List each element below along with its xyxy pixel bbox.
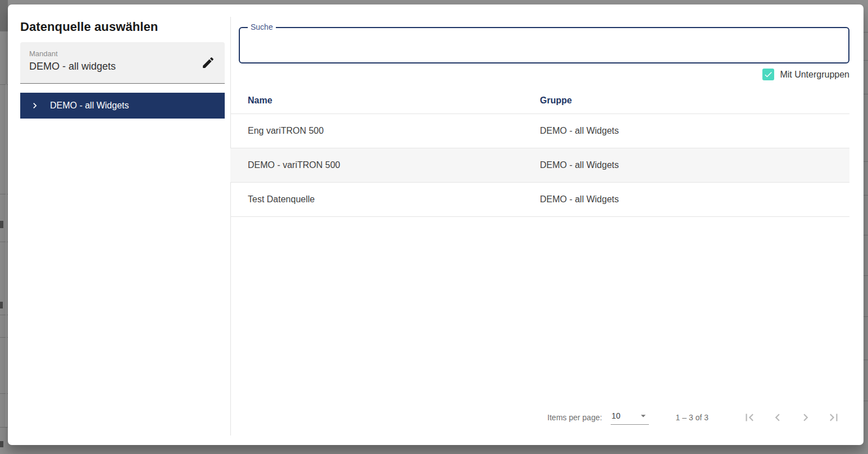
subgroups-checkbox-label: Mit Untergruppen xyxy=(780,70,849,80)
previous-page-button[interactable] xyxy=(764,406,792,429)
panel-divider xyxy=(230,17,231,435)
search-input[interactable] xyxy=(240,28,848,62)
edit-mandant-button[interactable] xyxy=(199,54,217,72)
checkbox-checked-icon[interactable] xyxy=(762,69,774,80)
backdrop-line xyxy=(0,427,8,428)
backdrop-line xyxy=(864,275,868,276)
subgroups-checkbox-row[interactable]: Mit Untergruppen xyxy=(762,69,849,80)
first-page-button[interactable] xyxy=(735,406,764,429)
datenquelle-dialog: Datenquelle auswählen Mandant DEMO - all… xyxy=(8,4,864,445)
chevron-left-icon xyxy=(770,410,785,425)
mandant-value: DEMO - all widgets xyxy=(29,61,216,72)
backdrop-text-fragment xyxy=(0,221,3,228)
next-page-button[interactable] xyxy=(792,406,820,429)
chevron-right-icon[interactable] xyxy=(29,100,40,111)
cell-name: Test Datenquelle xyxy=(230,194,540,205)
backdrop-line xyxy=(864,235,868,235)
search-field: Suche xyxy=(239,27,849,63)
dropdown-arrow-icon xyxy=(638,410,649,421)
table-row[interactable]: Test Datenquelle DEMO - all Widgets xyxy=(230,183,849,217)
column-header-name: Name xyxy=(230,96,540,106)
cell-gruppe: DEMO - all Widgets xyxy=(540,194,849,205)
tree-item-demo-all-widgets[interactable]: DEMO - all Widgets xyxy=(20,93,225,119)
table-row[interactable]: DEMO - variTRON 500 DEMO - all Widgets xyxy=(230,148,849,183)
paginator: Items per page: 10 1 – 3 of 3 xyxy=(547,402,848,433)
backdrop-line xyxy=(864,32,868,33)
tree-item-label: DEMO - all Widgets xyxy=(50,101,129,111)
backdrop-line xyxy=(864,60,868,61)
datasource-table: Name Gruppe Eng variTRON 500 DEMO - all … xyxy=(230,88,849,217)
table-header-row: Name Gruppe xyxy=(230,88,849,114)
last-page-icon xyxy=(826,410,841,425)
column-header-gruppe: Gruppe xyxy=(540,96,849,106)
search-field-label: Suche xyxy=(248,22,276,31)
backdrop-line xyxy=(0,31,8,31)
cell-name: Eng variTRON 500 xyxy=(230,126,540,136)
last-page-button[interactable] xyxy=(820,406,848,429)
backdrop-line xyxy=(864,94,868,94)
dialog-title: Datenquelle auswählen xyxy=(20,20,158,34)
first-page-icon xyxy=(742,410,757,425)
table-row[interactable]: Eng variTRON 500 DEMO - all Widgets xyxy=(230,114,849,148)
backdrop-line xyxy=(864,161,868,162)
paginator-range-label: 1 – 3 of 3 xyxy=(676,413,708,422)
items-per-page-value: 10 xyxy=(611,411,621,420)
backdrop-line xyxy=(864,316,868,317)
backdrop-line xyxy=(864,401,868,401)
items-per-page-select[interactable]: 10 xyxy=(611,410,649,425)
backdrop-line xyxy=(864,360,868,360)
cell-gruppe: DEMO - all Widgets xyxy=(540,126,849,136)
chevron-right-icon xyxy=(798,410,813,425)
mandant-field[interactable]: Mandant DEMO - all widgets xyxy=(20,42,225,84)
mandant-label: Mandant xyxy=(29,49,216,58)
backdrop-line xyxy=(864,195,868,196)
items-per-page-label: Items per page: xyxy=(547,413,602,422)
cell-name: DEMO - variTRON 500 xyxy=(230,160,540,170)
backdrop-text-fragment xyxy=(0,441,3,447)
cell-gruppe: DEMO - all Widgets xyxy=(540,160,849,170)
pencil-icon xyxy=(201,56,215,70)
backdrop-toolbar-fragment xyxy=(0,0,8,31)
backdrop-vline xyxy=(6,84,7,427)
backdrop-text-fragment xyxy=(0,302,3,308)
